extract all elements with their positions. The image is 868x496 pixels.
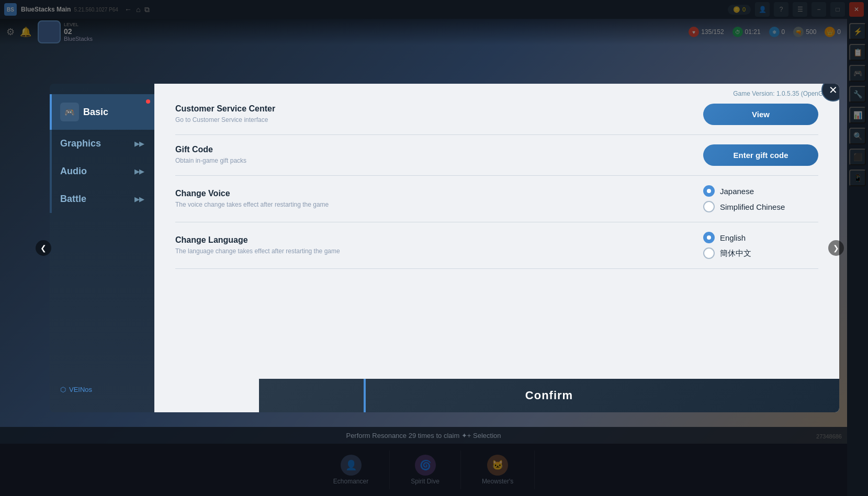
- gift-code-info: Gift Code Obtain in-game gift packs: [175, 145, 703, 165]
- customer-service-row: Customer Service Center Go to Customer S…: [175, 94, 818, 135]
- lang-simplified-chinese-radio[interactable]: [703, 247, 715, 259]
- sidebar-item-battle[interactable]: Battle ▶▶: [50, 185, 154, 213]
- gift-code-row: Gift Code Obtain in-game gift packs Ente…: [175, 135, 818, 176]
- confirm-button[interactable]: Confirm: [525, 389, 573, 402]
- nav-battle-arrow: ▶▶: [134, 196, 144, 203]
- lang-english-radio[interactable]: [703, 232, 715, 243]
- voice-simplified-chinese-option[interactable]: Simplified Chinese: [703, 201, 785, 212]
- sidebar-item-label-graphics: Graphics: [60, 138, 101, 149]
- change-voice-row: Change Voice The voice change takes effe…: [175, 176, 818, 222]
- sidebar-item-label-basic: Basic: [83, 107, 108, 118]
- gift-code-label: Gift Code: [175, 145, 693, 154]
- voice-simplified-chinese-label: Simplified Chinese: [720, 202, 785, 211]
- nav-audio-indicator: [50, 157, 52, 185]
- gift-code-desc: Obtain in-game gift packs: [175, 156, 693, 165]
- sidebar-item-audio[interactable]: Audio ▶▶: [50, 157, 154, 185]
- gift-code-control: Enter gift code: [703, 144, 818, 166]
- enter-gift-code-button[interactable]: Enter gift code: [703, 144, 818, 166]
- change-voice-desc: The voice change takes effect after rest…: [175, 200, 693, 209]
- view-button[interactable]: View: [703, 104, 818, 125]
- settings-panel: ✕ 🎮 Basic Graphics ▶▶ Audio ▶▶ Battle ▶▶: [50, 84, 839, 412]
- sidebar-item-graphics[interactable]: Graphics ▶▶: [50, 130, 154, 157]
- lang-simplified-chinese-option[interactable]: 簡休中文: [703, 247, 751, 259]
- confirm-bar[interactable]: Confirm: [259, 379, 839, 412]
- settings-nav: 🎮 Basic Graphics ▶▶ Audio ▶▶ Battle ▶▶ ⬡…: [50, 84, 154, 412]
- voice-simplified-chinese-radio[interactable]: [703, 201, 715, 212]
- voice-japanese-label: Japanese: [720, 187, 754, 196]
- change-language-label: Change Language: [175, 235, 693, 245]
- change-voice-label: Change Voice: [175, 189, 693, 198]
- nav-graphics-indicator: [50, 130, 52, 157]
- customer-service-label: Customer Service Center: [175, 104, 693, 114]
- nav-arrow-right[interactable]: ❯: [828, 240, 844, 256]
- game-version: Game Version: 1.0.5.35 (OpenGL): [733, 90, 829, 97]
- nav-logo: ⬡ VEINos: [50, 377, 154, 402]
- sidebar-item-label-audio: Audio: [60, 166, 87, 177]
- nav-arrow-left[interactable]: ❮: [36, 240, 51, 256]
- sidebar-item-basic[interactable]: 🎮 Basic: [50, 94, 154, 130]
- customer-service-control: View: [703, 104, 818, 125]
- lang-simplified-chinese-label: 簡休中文: [720, 249, 751, 258]
- logo-icon: ⬡: [60, 386, 66, 393]
- change-voice-info: Change Voice The voice change takes effe…: [175, 189, 703, 209]
- change-language-row: Change Language The language change take…: [175, 222, 818, 269]
- change-voice-control: Japanese Simplified Chinese: [703, 185, 818, 212]
- change-language-control: English 簡休中文: [703, 232, 818, 259]
- nav-active-indicator: [50, 94, 52, 130]
- lang-english-label: English: [720, 233, 746, 242]
- nav-graphics-arrow: ▶▶: [134, 140, 144, 148]
- nav-battle-indicator: [50, 185, 52, 213]
- sidebar-item-label-battle: Battle: [60, 194, 86, 205]
- logo-text: VEINos: [69, 386, 92, 393]
- nav-notification-dot: [146, 99, 150, 104]
- voice-japanese-option[interactable]: Japanese: [703, 185, 754, 197]
- change-language-desc: The language change takes effect after r…: [175, 247, 693, 256]
- change-language-info: Change Language The language change take…: [175, 235, 703, 256]
- nav-audio-arrow: ▶▶: [134, 168, 144, 175]
- lang-english-option[interactable]: English: [703, 232, 746, 243]
- customer-service-info: Customer Service Center Go to Customer S…: [175, 104, 703, 125]
- settings-content: Game Version: 1.0.5.35 (OpenGL) Customer…: [154, 84, 839, 412]
- confirm-accent: [364, 379, 366, 412]
- customer-service-desc: Go to Customer Service interface: [175, 116, 693, 125]
- voice-japanese-radio[interactable]: [703, 185, 715, 197]
- basic-nav-icon: 🎮: [60, 103, 79, 121]
